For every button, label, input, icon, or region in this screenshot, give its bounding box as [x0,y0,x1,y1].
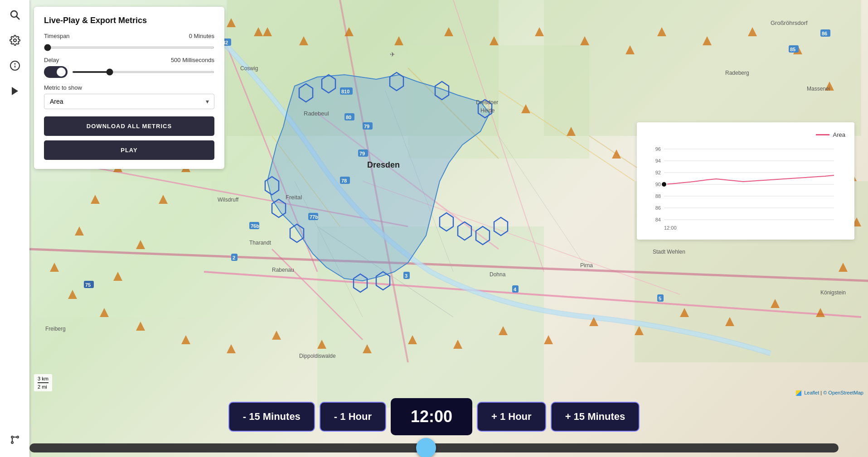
svg-text:86: 86 [822,31,827,36]
svg-line-152 [16,16,19,19]
svg-text:Stadt Wehlen: Stadt Wehlen [653,249,685,255]
minus-15-btn[interactable]: - 15 Minutes [228,402,315,432]
timespan-label: Timespan [44,33,70,39]
svg-marker-51 [136,322,145,331]
svg-text:79: 79 [359,151,365,156]
scale-km: 3 km [38,376,48,383]
svg-text:4: 4 [514,287,517,292]
svg-marker-52 [181,335,190,344]
metrics-panel: Live-Play & Export Metrics Timespan 0 Mi… [34,7,224,169]
delay-label: Delay [44,57,59,63]
svg-text:85: 85 [790,47,795,52]
time-buttons: - 15 Minutes - 1 Hour 12:00 + 1 Hour + 1… [228,398,640,435]
metric-select[interactable]: Area Coverage Overlap Count [44,94,214,109]
delay-toggle[interactable] [44,66,68,78]
delay-slider[interactable] [72,71,214,73]
svg-text:Radeberg: Radeberg [725,70,749,76]
svg-text:Großröhrsdorf: Großröhrsdorf [771,19,808,26]
svg-text:2: 2 [233,255,235,260]
minus-1h-btn[interactable]: - 1 Hour [320,402,386,432]
plus-15-btn[interactable]: + 15 Minutes [551,402,640,432]
legend-label: Area [833,131,845,138]
svg-text:Coswig: Coswig [240,65,258,72]
svg-text:✈: ✈ [390,51,395,58]
download-btn[interactable]: DOWNLOAD ALL METRICS [44,116,214,136]
info-icon[interactable] [7,58,23,74]
svg-text:79: 79 [364,124,369,129]
scale-bar: 3 km 2 mi [34,374,52,391]
svg-text:90: 90 [655,182,661,187]
timeline-thumb[interactable] [416,438,436,457]
sidebar [0,0,29,457]
svg-point-151 [11,11,17,17]
svg-text:Königstein: Königstein [820,289,846,296]
metric-label: Metric to show [44,84,214,91]
svg-rect-3 [544,0,861,136]
scale-mi: 2 mi [38,384,48,390]
svg-text:Freiberg: Freiberg [45,326,66,332]
svg-text:810: 810 [341,89,349,94]
svg-text:78: 78 [341,178,347,183]
play-icon[interactable] [7,83,23,99]
svg-text:Pirna: Pirna [580,262,593,269]
svg-text:Dohna: Dohna [490,271,506,278]
svg-text:96: 96 [655,146,661,152]
svg-point-153 [14,39,16,42]
timespan-slider[interactable] [44,47,214,48]
svg-text:Dippoldiswalde: Dippoldiswalde [299,353,336,359]
plus-1h-btn[interactable]: + 1 Hour [477,402,546,432]
svg-text:92: 92 [655,170,661,175]
svg-text:Dresdner: Dresdner [476,99,498,106]
svg-text:5: 5 [659,296,661,301]
delay-value: 500 Milliseconds [171,57,214,63]
current-time-btn: 12:00 [391,398,472,435]
svg-text:Freital: Freital [286,194,302,201]
chart-svg: 96 94 92 90 88 86 84 12:00 [641,143,845,233]
panel-title: Live-Play & Export Metrics [44,16,214,25]
svg-marker-60 [544,335,553,344]
svg-text:76b: 76b [251,223,259,229]
svg-text:Tharandt: Tharandt [249,240,272,246]
svg-marker-157 [12,87,18,95]
svg-text:Massenei: Massenei [807,86,830,92]
chart-panel: Area 96 94 92 90 88 86 84 12:00 [637,122,854,240]
osm-link[interactable]: © OpenStreetMap [823,390,863,395]
bottom-controls: - 15 Minutes - 1 Hour 12:00 + 1 Hour + 1… [0,398,868,457]
city-label-dresden: Dresden [367,160,400,169]
svg-text:80: 80 [346,115,351,120]
svg-text:94: 94 [655,158,661,164]
leaflet-link[interactable]: Leaflet [796,390,820,395]
svg-text:84: 84 [655,217,661,222]
play-btn[interactable]: PLAY [44,140,214,160]
svg-text:3: 3 [405,273,407,279]
svg-text:86: 86 [655,205,661,211]
timeline-slider[interactable] [29,443,839,452]
svg-text:77b: 77b [310,214,318,220]
attribution: Leaflet | © OpenStreetMap [796,390,863,396]
legend-line-icon [816,134,829,135]
timespan-value: 0 Minutes [189,33,214,39]
svg-text:Rabenau: Rabenau [272,267,294,273]
svg-marker-53 [227,344,236,353]
svg-marker-87 [612,149,621,159]
svg-text:88: 88 [655,193,661,199]
svg-marker-54 [272,331,281,340]
search-icon[interactable] [7,7,23,23]
svg-text:Wilsdruff: Wilsdruff [218,197,239,203]
svg-marker-78 [535,27,544,36]
svg-point-177 [661,182,667,187]
svg-text:75: 75 [85,282,91,288]
svg-text:Radebeul: Radebeul [304,110,329,117]
svg-text:12:00: 12:00 [664,225,677,231]
settings-icon[interactable] [7,32,23,48]
svg-text:Heide: Heide [480,107,495,114]
